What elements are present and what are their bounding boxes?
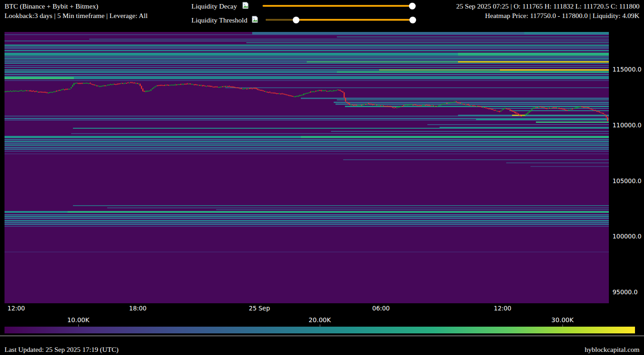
x-axis: 12:0018:0025 Sep06:0012:00 xyxy=(5,305,609,313)
website-link[interactable]: hyblockcapital.com xyxy=(585,346,639,354)
y-axis: 115000.0110000.0105000.0100000.095000.0 xyxy=(609,32,644,303)
chart-header-left: BTC (Binance + Bybit + Bitmex) Lookback:… xyxy=(5,1,148,20)
broken-image-icon xyxy=(251,16,259,23)
y-axis-tick: 95000.0 xyxy=(612,288,638,296)
colorbar-label: 30.00K xyxy=(551,316,573,324)
liquidity-threshold-label: Liquidity Threshold xyxy=(191,16,247,24)
footer-divider xyxy=(0,336,644,336)
liquidity-heatmap[interactable] xyxy=(5,32,609,303)
colorbar-label: 10.00K xyxy=(67,316,89,324)
colorbar-tick xyxy=(320,324,320,327)
slider-track[interactable] xyxy=(263,5,412,7)
last-updated-text: Last Updated: 25 Sep 2025 17:19 (UTC) xyxy=(5,346,118,354)
slider-track-inactive[interactable] xyxy=(266,19,296,21)
colorbar-tick xyxy=(562,324,563,327)
y-axis-tick: 110000.0 xyxy=(612,121,641,129)
liquidity-colorbar: 10.00K20.00K30.00K xyxy=(5,327,635,333)
x-axis-tick: 18:00 xyxy=(129,305,147,312)
chart-subtitle: Lookback:3 days | 5 Min timeframe | Leve… xyxy=(5,11,148,20)
candlestick-overlay xyxy=(5,32,609,303)
colorbar-label: 20.00K xyxy=(308,316,331,324)
chart-header-right: 25 Sep 2025 07:25 | O: 111765 H: 111832 … xyxy=(456,1,639,20)
slider-handle[interactable] xyxy=(293,17,299,23)
app-window: BTC (Binance + Bybit + Bitmex) Lookback:… xyxy=(0,0,644,355)
x-axis-tick: 12:00 xyxy=(494,305,512,312)
heatmap-price-readout: Heatmap Price: 117750.0 - 117800.0 | Liq… xyxy=(456,11,639,20)
x-axis-tick: 06:00 xyxy=(372,305,390,312)
broken-image-icon xyxy=(242,2,249,9)
colorbar-tick xyxy=(78,324,79,327)
ohlc-readout: 25 Sep 2025 07:25 | O: 111765 H: 111832 … xyxy=(456,1,639,11)
chart-title: BTC (Binance + Bybit + Bitmex) xyxy=(5,1,148,11)
y-axis-tick: 115000.0 xyxy=(612,66,641,73)
x-axis-tick: 12:00 xyxy=(8,305,25,312)
slider-handle[interactable] xyxy=(409,3,416,9)
liquidity-decay-label: Liquidity Decay xyxy=(191,2,237,10)
y-axis-tick: 105000.0 xyxy=(612,177,641,184)
x-axis-tick: 25 Sep xyxy=(249,305,270,312)
slider-handle[interactable] xyxy=(409,17,416,23)
y-axis-tick: 100000.0 xyxy=(612,233,641,240)
